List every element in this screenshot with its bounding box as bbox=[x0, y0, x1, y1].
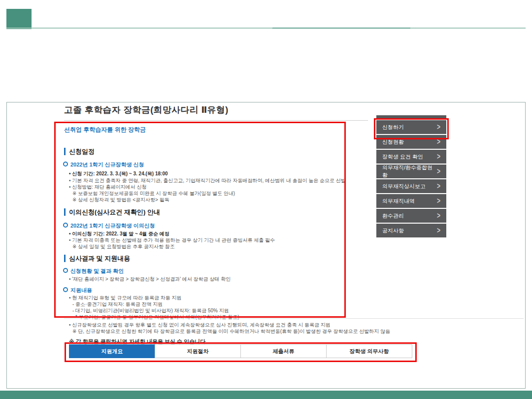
continuing-line2: ※ 단, 신규장학생으로 신청한 학기에 타 장학금으로 등록금 전액을 이미 … bbox=[72, 328, 390, 335]
support-line4: * 부모기업, 공공기관 등 일부기업은 지원대상에서 제외(업무처리기준 참조… bbox=[75, 314, 239, 321]
title-divider bbox=[64, 120, 368, 121]
support-line2: - 중소·중견기업 재직자: 등록금 전액 지원 bbox=[72, 301, 163, 308]
header-divider bbox=[6, 28, 526, 29]
tab-overview[interactable]: 지원개요 bbox=[69, 344, 155, 358]
circle-bullet-icon bbox=[63, 287, 68, 292]
chevron-right-icon: > bbox=[437, 167, 440, 176]
sidebar-item-employment-report[interactable]: 의무재직상시보고> bbox=[376, 179, 446, 193]
section-heading-appeal: 이의신청(심사요건 재확인) 안내 bbox=[64, 208, 160, 216]
sidebar-item-notices[interactable]: 공지사항> bbox=[376, 224, 446, 237]
support-line1: • 현 재직기업 유형 및 규모에 따라 등록금 차등 지원 bbox=[69, 295, 182, 301]
appeal-period-line: • 이의신청 기간: 2022. 3월 말 ~ 4월 중순 예정 bbox=[69, 231, 169, 237]
sidebar-item-eligibility-check[interactable]: 장학생 요건 확인> bbox=[376, 150, 446, 164]
chevron-right-icon: > bbox=[437, 197, 440, 205]
appeal-note: ※ 상세 일정 및 요청방법은 추후 공지사항 참조 bbox=[72, 243, 175, 250]
sidebar-item-application-status[interactable]: 신청현황> bbox=[376, 135, 446, 149]
chevron-right-icon: > bbox=[437, 226, 440, 235]
sidebar-item-employment-refund-overview[interactable]: 의무재직/환수종합현황> bbox=[376, 165, 446, 178]
schedule-period-line: • 신청 기간: 2022. 3. 3.(목) ~ 3. 24.(목) 18:0… bbox=[69, 170, 168, 177]
schedule-criteria-line: • 기본 자격 요건 충족자 중 연령, 재직기관, 출신고교, 기업재직기간에… bbox=[69, 177, 346, 184]
sidebar-item-refund-management[interactable]: 환수관리> bbox=[376, 209, 446, 223]
appeal-docs-line: • 기본 자격 미충족 또는 선발배점 추가 적용 원하는 경우 상기 기간 내… bbox=[69, 237, 275, 244]
section-heading-result: 심사결과 및 지원내용 bbox=[64, 255, 130, 262]
tab-documents[interactable]: 제출서류 bbox=[240, 344, 327, 358]
page-title: 고졸 후학습자 장학금(희망사다리 Ⅱ유형) bbox=[64, 104, 228, 116]
schedule-note2: ※ 상세 신청자격 및 방법은 <공지사항> 필독 bbox=[72, 197, 169, 203]
site-logo bbox=[6, 9, 32, 29]
sidebar-item-employment-history[interactable]: 의무재직내역> bbox=[376, 194, 446, 208]
continuing-line1: • 신규장학생으로 선발된 경우 향후 별도 신청 없이 계속장학생으로 심사 … bbox=[69, 322, 331, 329]
header-divider-segment bbox=[272, 28, 410, 29]
chevron-right-icon: > bbox=[437, 182, 440, 191]
section-heading-schedule: 신청일정 bbox=[64, 148, 95, 155]
detail-tabbar: 지원개요 지원절차 제출서류 장학생 의무사항 bbox=[69, 344, 412, 358]
chevron-right-icon: > bbox=[437, 211, 440, 220]
support-line3: - 대기업, 비영리기관(비영리법인 및 비사업자) 재직자: 등록금 50% … bbox=[72, 307, 229, 314]
chevron-right-icon: > bbox=[437, 152, 440, 161]
status-check-line: • '재단 홈페이지 > 장학금 > 장학금신청 > 선정결과' 에서 장학금 … bbox=[69, 276, 231, 283]
circle-bullet-icon bbox=[63, 223, 68, 228]
tab-procedure[interactable]: 지원절차 bbox=[155, 344, 241, 358]
subheading-new-application: 2022년 1학기 신규장학생 신청 bbox=[63, 161, 144, 168]
footer-bar bbox=[0, 391, 532, 399]
circle-bullet-icon bbox=[63, 268, 68, 273]
schedule-method-line: • 신청방법: 재단 홈페이지에서 신청 bbox=[69, 184, 146, 191]
sidebar-item-apply[interactable]: 신청하기> bbox=[376, 120, 446, 134]
chevron-right-icon: > bbox=[437, 137, 440, 146]
chevron-right-icon: > bbox=[437, 123, 440, 132]
subheading-status-check: 신청현황 및 결과 확인 bbox=[63, 267, 124, 275]
content-divider bbox=[64, 318, 524, 319]
subheading-support: 지원내용 bbox=[63, 287, 92, 294]
circle-bullet-icon bbox=[63, 162, 68, 166]
subheading-appeal: 2022년 1학기 신규장학생 이의신청 bbox=[63, 222, 155, 230]
schedule-note1: ※ 보증보험 개인정보제공동의 미완료 시 장학금 수혜 불가(일정 별도 안내… bbox=[72, 190, 235, 197]
intro-text: 선취업 후학습자를 위한 장학금 bbox=[64, 126, 146, 134]
sidebar-top-strip bbox=[376, 115, 446, 118]
tab-obligations[interactable]: 장학생 의무사항 bbox=[326, 344, 412, 358]
